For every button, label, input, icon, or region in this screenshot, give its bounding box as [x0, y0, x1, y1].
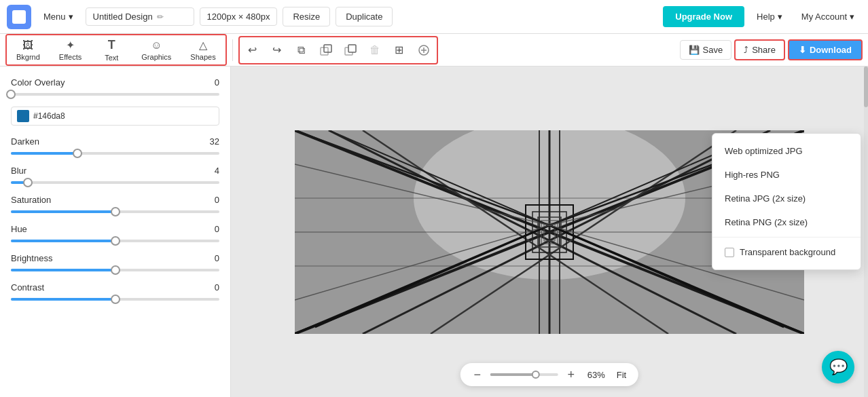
dimensions-display: 1200px × 480px [200, 7, 278, 26]
delete-button[interactable]: 🗑 [363, 39, 386, 62]
chat-bubble-button[interactable]: 💬 [822, 351, 854, 383]
top-bar: Menu ▾ Untitled Design ✏ 1200px × 480px … [0, 0, 868, 34]
download-icon: ⬇ [799, 45, 806, 55]
zoom-thumb [532, 371, 540, 379]
saturation-value: 0 [203, 195, 219, 205]
upgrade-button[interactable]: Upgrade Now [663, 6, 744, 27]
download-retina-png[interactable]: Retina PNG (2x size) [712, 210, 861, 234]
blur-label: Blur [11, 166, 26, 176]
design-title: Untitled Design [93, 12, 153, 22]
tab-effects[interactable]: ✦ Effects [50, 35, 91, 64]
myaccount-chevron-icon: ▾ [850, 12, 854, 22]
hue-value: 0 [203, 224, 219, 234]
help-label: Help [757, 12, 775, 22]
logo-inner [12, 10, 26, 24]
grid-button[interactable]: ⊞ [388, 39, 411, 62]
myaccount-label: My Account [801, 12, 847, 22]
dropdown-divider [712, 237, 861, 238]
high-png-label: High-res PNG [725, 170, 780, 180]
transparent-bg-label: Transparent background [740, 247, 835, 257]
download-button[interactable]: ⬇ Download [788, 39, 863, 60]
transparent-bg-checkbox[interactable] [725, 248, 734, 257]
download-high-png[interactable]: High-res PNG [712, 163, 861, 187]
download-web-jpg[interactable]: Web optimized JPG [712, 139, 861, 163]
download-dropdown: Web optimized JPG High-res PNG Retina JP… [712, 133, 861, 270]
tab-text[interactable]: T Text [91, 35, 132, 64]
tab-shapes-label: Shapes [190, 53, 215, 61]
myaccount-button[interactable]: My Account ▾ [795, 7, 861, 26]
darken-value: 32 [203, 136, 219, 147]
color-overlay-value: 0 [203, 77, 219, 88]
share-label: Share [752, 45, 776, 55]
blur-value: 4 [203, 166, 219, 176]
fit-button[interactable]: Fit [614, 370, 629, 380]
darken-track [11, 152, 219, 155]
save-button[interactable]: 💾 Save [680, 40, 732, 60]
bring-forward-button[interactable] [339, 39, 362, 62]
tab-bkgrnd-label: Bkgrnd [16, 53, 40, 61]
brightness-row: Brightness 0 [11, 253, 219, 263]
color-hex: #146da8 [33, 111, 65, 121]
saturation-label: Saturation [11, 195, 51, 205]
scrollbar-thumb[interactable] [864, 67, 868, 107]
align-button[interactable] [412, 39, 435, 62]
duplicate-button[interactable]: Duplicate [336, 7, 393, 26]
color-chip[interactable]: #146da8 [11, 107, 219, 126]
resize-button[interactable]: Resize [283, 7, 330, 26]
graphics-icon: ☺ [151, 39, 162, 52]
redo-button[interactable]: ↪ [266, 39, 289, 62]
tab-text-label: Text [105, 54, 118, 62]
tab-graphics-label: Graphics [141, 53, 171, 61]
toolbar: 🖼 Bkgrnd ✦ Effects T Text ☺ Graphics △ S… [0, 34, 868, 67]
action-group: ↩ ↪ ⧉ 🗑 ⊞ [238, 36, 438, 64]
contrast-row: Contrast 0 [11, 282, 219, 292]
retina-png-label: Retina PNG (2x size) [725, 217, 808, 227]
scrollbar-right[interactable] [864, 67, 868, 397]
chat-icon: 💬 [829, 358, 848, 376]
title-area[interactable]: Untitled Design ✏ [86, 7, 194, 26]
retina-jpg-label: Retina JPG (2x size) [725, 193, 806, 204]
save-icon: 💾 [689, 45, 700, 55]
brightness-track [11, 269, 219, 271]
menu-chevron-icon: ▾ [69, 12, 73, 22]
share-icon: ⤴ [744, 45, 748, 55]
copy-button[interactable]: ⧉ [290, 39, 313, 62]
contrast-value: 0 [203, 282, 219, 292]
color-overlay-track [11, 93, 219, 96]
contrast-track [11, 298, 219, 301]
zoom-bar: − + 63% Fit [460, 363, 638, 386]
hue-track [11, 240, 219, 242]
undo-button[interactable]: ↩ [241, 39, 264, 62]
help-button[interactable]: Help ▾ [750, 7, 789, 26]
web-jpg-label: Web optimized JPG [725, 146, 803, 156]
menu-label: Menu [43, 12, 66, 22]
zoom-fill [490, 373, 533, 376]
help-chevron-icon: ▾ [778, 12, 782, 22]
zoom-in-button[interactable]: + [564, 367, 579, 382]
tab-graphics[interactable]: ☺ Graphics [132, 35, 181, 64]
edit-title-icon: ✏ [157, 12, 164, 22]
color-overlay-row: Color Overlay 0 [11, 77, 219, 88]
tab-shapes[interactable]: △ Shapes [181, 35, 225, 64]
color-overlay-label: Color Overlay [11, 77, 65, 88]
brightness-label: Brightness [11, 253, 52, 263]
text-icon: T [108, 38, 115, 52]
contrast-label: Contrast [11, 282, 44, 292]
transparent-bg-row[interactable]: Transparent background [712, 240, 861, 264]
blur-row: Blur 4 [11, 166, 219, 176]
share-button[interactable]: ⤴ Share [734, 39, 785, 60]
download-retina-jpg[interactable]: Retina JPG (2x size) [712, 187, 861, 210]
logo[interactable] [7, 5, 31, 29]
zoom-slider[interactable] [490, 373, 558, 376]
darken-label: Darken [11, 136, 39, 147]
menu-button[interactable]: Menu ▾ [37, 7, 80, 26]
saturation-track [11, 210, 219, 213]
zoom-out-button[interactable]: − [470, 367, 485, 382]
hue-label: Hue [11, 224, 27, 234]
brightness-value: 0 [203, 253, 219, 263]
tab-bkgrnd[interactable]: 🖼 Bkgrnd [7, 35, 50, 64]
main-area: Color Overlay 0 #146da8 Darken 32 Blur 4 [0, 67, 868, 397]
tab-effects-label: Effects [59, 53, 82, 61]
darken-row: Darken 32 [11, 136, 219, 147]
send-backward-button[interactable] [314, 39, 338, 62]
